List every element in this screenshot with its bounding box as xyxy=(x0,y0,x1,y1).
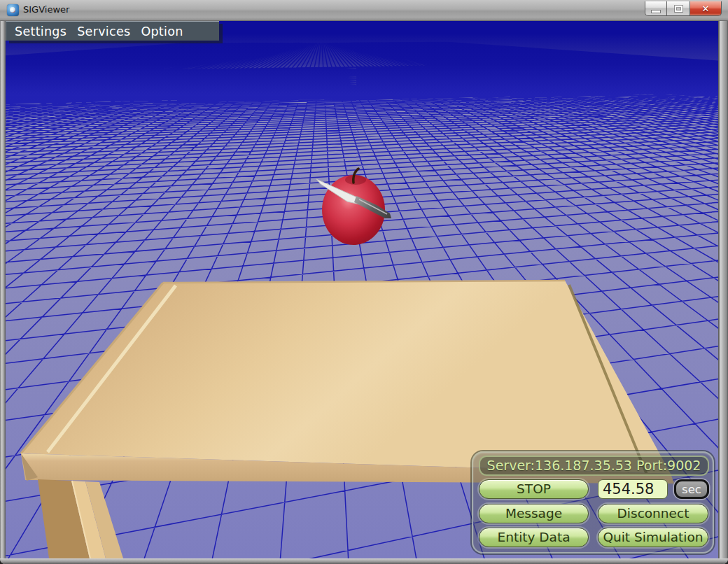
apple-dimple xyxy=(345,175,366,185)
menu-item-settings[interactable]: Settings xyxy=(15,24,66,38)
close-icon: ✕ xyxy=(702,3,710,14)
minimize-icon xyxy=(652,10,660,13)
sec-button[interactable]: sec xyxy=(674,479,709,499)
app-icon xyxy=(7,4,19,16)
menu-bar: Settings Services Option xyxy=(6,21,219,41)
window-frame-bottom xyxy=(0,558,728,564)
maximize-button[interactable] xyxy=(667,1,690,16)
quit-simulation-button[interactable]: Quit Simulation xyxy=(598,528,708,547)
app-window: SIGViewer ✕ xyxy=(0,0,728,564)
titlebar[interactable]: SIGViewer ✕ xyxy=(0,0,728,21)
window-frame-right xyxy=(718,21,728,558)
time-input[interactable] xyxy=(598,479,668,499)
menu-item-services[interactable]: Services xyxy=(77,24,130,38)
maximize-icon xyxy=(675,6,682,12)
stop-button[interactable]: STOP xyxy=(479,479,589,499)
window-controls: ✕ xyxy=(645,1,722,16)
menu-item-option[interactable]: Option xyxy=(141,24,183,38)
disconnect-button[interactable]: Disconnect xyxy=(598,504,708,523)
server-info: Server:136.187.35.53 Port:9002 xyxy=(479,456,709,476)
control-panel: Server:136.187.35.53 Port:9002 STOP sec … xyxy=(472,451,714,554)
3d-viewport[interactable]: Settings Services Option Server:136.187.… xyxy=(6,21,718,558)
entity-data-button[interactable]: Entity Data xyxy=(479,528,589,547)
message-button[interactable]: Message xyxy=(479,504,589,523)
window-frame-left xyxy=(0,21,6,558)
minimize-button[interactable] xyxy=(645,1,667,16)
window-title: SIGViewer xyxy=(23,4,69,15)
close-button[interactable]: ✕ xyxy=(690,1,722,16)
horizon-haze xyxy=(6,34,718,94)
